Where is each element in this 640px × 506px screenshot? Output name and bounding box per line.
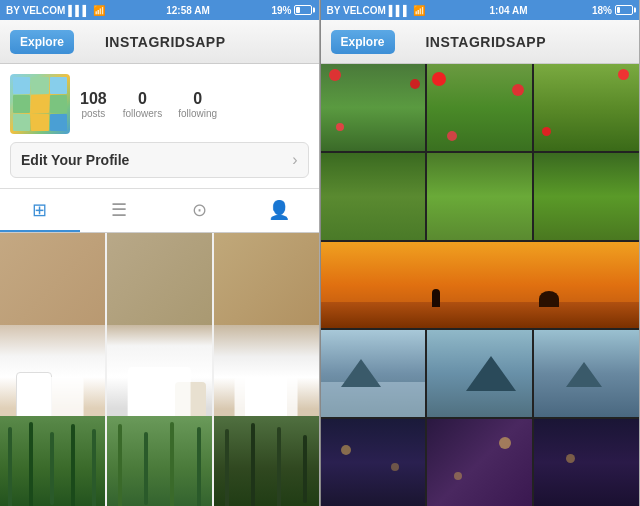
- explore-photo-13[interactable]: [534, 419, 639, 506]
- photo-9[interactable]: [214, 416, 319, 506]
- avatar-cell-7: [13, 114, 30, 131]
- photo-grid-left: [0, 233, 319, 506]
- status-bar-right: BY VELCOM ▌▌▌ 📶 1:04 AM 18%: [321, 0, 640, 20]
- chevron-right-icon: ›: [292, 151, 297, 169]
- time-left: 12:58 AM: [166, 5, 210, 16]
- app-title-left: INSTAGRIDSAPP: [105, 34, 226, 50]
- photo-8[interactable]: [107, 416, 212, 506]
- following-label: following: [178, 108, 217, 119]
- profile-stats: 108 posts 0 followers 0 following: [80, 90, 217, 119]
- explore-photo-9[interactable]: [427, 330, 532, 417]
- explore-photo-7[interactable]: [321, 242, 640, 329]
- battery-icon-right: [615, 5, 633, 15]
- tab-list[interactable]: ☰: [80, 189, 160, 232]
- photo-5[interactable]: [107, 325, 212, 430]
- avatar-cell-1: [13, 77, 30, 94]
- wifi-icon: 📶: [93, 5, 105, 16]
- posts-label: posts: [81, 108, 105, 119]
- explore-photo-2[interactable]: [427, 64, 532, 151]
- tab-profile[interactable]: 👤: [239, 189, 319, 232]
- profile-section: 108 posts 0 followers 0 following Edit Y…: [0, 64, 319, 189]
- explore-grid: [321, 64, 640, 506]
- battery-icon-left: [294, 5, 312, 15]
- explore-photo-12[interactable]: [427, 419, 532, 506]
- status-bar-left: BY VELCOM ▌▌▌ 📶 12:58 AM 19%: [0, 0, 319, 20]
- explore-button-right[interactable]: Explore: [331, 30, 395, 54]
- followers-stat: 0 followers: [123, 90, 162, 119]
- posts-stat: 108 posts: [80, 90, 107, 119]
- photo-7[interactable]: [0, 416, 105, 506]
- photo-4[interactable]: [0, 325, 105, 430]
- explore-photo-5[interactable]: [427, 153, 532, 240]
- photo-3[interactable]: [214, 233, 319, 338]
- posts-count: 108: [80, 90, 107, 108]
- carrier-left: BY VELCOM: [6, 5, 65, 16]
- signal-icon: ▌▌▌: [68, 5, 89, 16]
- nav-bar-left: Explore INSTAGRIDSAPP: [0, 20, 319, 64]
- following-count: 0: [193, 90, 202, 108]
- edit-profile-label: Edit Your Profile: [21, 152, 129, 168]
- left-phone: BY VELCOM ▌▌▌ 📶 12:58 AM 19% Explore INS…: [0, 0, 320, 506]
- time-right: 1:04 AM: [490, 5, 528, 16]
- avatar-cell-8: [31, 114, 48, 131]
- profile-top: 108 posts 0 followers 0 following: [10, 74, 309, 134]
- avatar: [10, 74, 70, 134]
- followers-count: 0: [138, 90, 147, 108]
- battery-pct-left: 19%: [271, 5, 291, 16]
- app-title-right: INSTAGRIDSAPP: [425, 34, 546, 50]
- explore-photo-8[interactable]: [321, 330, 426, 417]
- explore-photo-10[interactable]: [534, 330, 639, 417]
- explore-photo-11[interactable]: [321, 419, 426, 506]
- signal-icon-right: ▌▌▌: [389, 5, 410, 16]
- explore-photo-1[interactable]: [321, 64, 426, 151]
- avatar-cell-2: [31, 77, 48, 94]
- explore-photo-4[interactable]: [321, 153, 426, 240]
- nav-bar-right: Explore INSTAGRIDSAPP: [321, 20, 640, 64]
- tab-grid[interactable]: ⊞: [0, 189, 80, 232]
- avatar-cell-5: [31, 95, 48, 112]
- avatar-cell-4: [13, 95, 30, 112]
- grid-icon: ⊞: [32, 199, 47, 221]
- wifi-icon-right: 📶: [413, 5, 425, 16]
- edit-profile-row[interactable]: Edit Your Profile ›: [10, 142, 309, 178]
- avatar-cell-6: [50, 95, 67, 112]
- explore-photo-6[interactable]: [534, 153, 639, 240]
- carrier-right: BY VELCOM: [327, 5, 386, 16]
- photo-6[interactable]: [214, 325, 319, 430]
- photo-1[interactable]: [0, 233, 105, 338]
- location-icon: ⊙: [192, 199, 207, 221]
- avatar-cell-9: [50, 114, 67, 131]
- list-icon: ☰: [111, 199, 127, 221]
- tab-location[interactable]: ⊙: [159, 189, 239, 232]
- battery-pct-right: 18%: [592, 5, 612, 16]
- following-stat: 0 following: [178, 90, 217, 119]
- tab-bar: ⊞ ☰ ⊙ 👤: [0, 189, 319, 233]
- person-icon: 👤: [268, 199, 290, 221]
- photo-2[interactable]: [107, 233, 212, 338]
- explore-button-left[interactable]: Explore: [10, 30, 74, 54]
- right-phone: BY VELCOM ▌▌▌ 📶 1:04 AM 18% Explore INST…: [321, 0, 641, 506]
- explore-photo-3[interactable]: [534, 64, 639, 151]
- followers-label: followers: [123, 108, 162, 119]
- avatar-cell-3: [50, 77, 67, 94]
